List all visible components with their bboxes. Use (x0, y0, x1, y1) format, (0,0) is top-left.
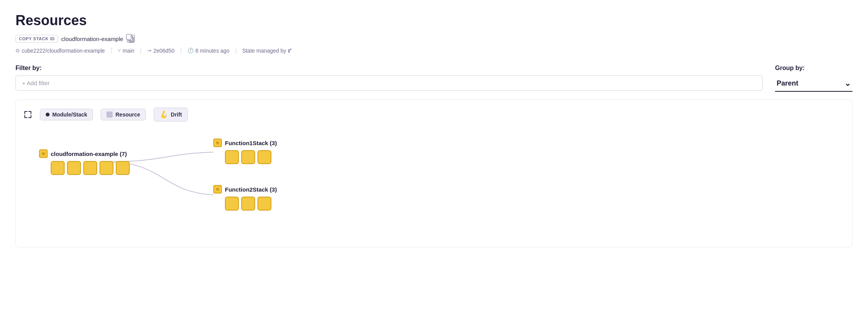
time-item: 🕐 6 minutes ago (181, 48, 236, 54)
resource-block (257, 197, 271, 211)
legend-module-stack[interactable]: Module/Stack (40, 109, 93, 120)
chevron-down-icon: ⌄ (844, 79, 851, 88)
root-node[interactable]: cloudformation-example (7) (39, 149, 130, 175)
state-managed-icon: ⑈ (288, 47, 292, 54)
state-managed-label: State managed by (242, 48, 286, 54)
drift-icon: 🪝 (160, 110, 168, 119)
legend-resource[interactable]: Resource (101, 109, 146, 120)
function1-node[interactable]: Function1Stack (3) (213, 139, 277, 164)
function2-node-icon (213, 185, 222, 194)
root-node-header: cloudformation-example (7) (39, 149, 127, 158)
meta-row: ⊙ cube2222/cloudformation-example ⑂ main… (15, 47, 853, 54)
resource-block (225, 197, 239, 211)
add-filter-button[interactable]: + Add filter (15, 75, 763, 91)
resource-block (225, 150, 239, 164)
filter-group-row: Filter by: + Add filter Group by: Parent… (15, 65, 853, 92)
expand-icon[interactable] (24, 110, 32, 119)
commit-item[interactable]: ⊸ 2e06d50 (141, 48, 181, 54)
state-managed-item: State managed by ⑈ (236, 47, 298, 54)
legend-module-label: Module/Stack (52, 111, 87, 118)
resource-block (83, 161, 97, 175)
group-by-section: Group by: Parent ⌄ (775, 65, 853, 92)
repo-item[interactable]: ⊙ cube2222/cloudformation-example (15, 48, 112, 54)
filter-section: Filter by: + Add filter (15, 65, 775, 91)
filter-label: Filter by: (15, 65, 775, 72)
resource-block (99, 161, 113, 175)
page-title: Resources (15, 12, 853, 29)
resource-block (51, 161, 65, 175)
function2-node[interactable]: Function2Stack (3) (213, 185, 277, 211)
svg-rect-1 (128, 36, 132, 41)
function2-node-header: Function2Stack (3) (213, 185, 277, 194)
function1-node-header: Function1Stack (3) (213, 139, 277, 147)
function1-node-label: Function1Stack (3) (225, 140, 277, 146)
stack-id-value: cloudformation-example (61, 36, 123, 42)
group-by-dropdown[interactable]: Parent ⌄ (775, 75, 853, 92)
time-label: 6 minutes ago (196, 48, 230, 54)
function2-node-label: Function2Stack (3) (225, 186, 277, 193)
branch-item[interactable]: ⑂ main (112, 48, 141, 54)
legend-row: Module/Stack Resource 🪝 Drift (24, 108, 844, 122)
group-by-label: Group by: (775, 65, 853, 72)
copy-stack-id-button[interactable]: COPY STACK ID (15, 35, 58, 43)
commit-label: 2e06d50 (153, 48, 175, 54)
legend-resource-label: Resource (115, 111, 140, 118)
resource-block (67, 161, 81, 175)
root-resource-blocks (51, 161, 130, 175)
group-by-value: Parent (777, 79, 798, 87)
resource-block (257, 150, 271, 164)
stack-id-row: COPY STACK ID cloudformation-example (15, 35, 853, 43)
function1-resource-blocks (225, 150, 271, 164)
module-stack-dot (46, 113, 50, 117)
clock-icon: 🕐 (187, 48, 194, 53)
branch-icon: ⑂ (118, 48, 121, 53)
resource-block (241, 197, 255, 211)
legend-drift[interactable]: 🪝 Drift (154, 108, 188, 122)
resource-block (116, 161, 130, 175)
connector-svg (24, 131, 844, 239)
graph-area: cloudformation-example (7) Function1Stac… (24, 131, 844, 239)
function1-node-icon (213, 139, 222, 147)
copy-icon[interactable] (127, 35, 135, 43)
repo-icon: ⊙ (15, 48, 20, 53)
legend-drift-label: Drift (171, 111, 182, 118)
resource-square (106, 111, 113, 118)
branch-label: main (123, 48, 134, 54)
resource-block (241, 150, 255, 164)
graph-container: Module/Stack Resource 🪝 Drift cloudforma… (15, 99, 853, 247)
root-node-icon (39, 149, 48, 158)
commit-icon: ⊸ (147, 48, 151, 53)
function2-resource-blocks (225, 197, 271, 211)
root-node-label: cloudformation-example (7) (51, 151, 127, 157)
repo-label: cube2222/cloudformation-example (22, 48, 105, 54)
